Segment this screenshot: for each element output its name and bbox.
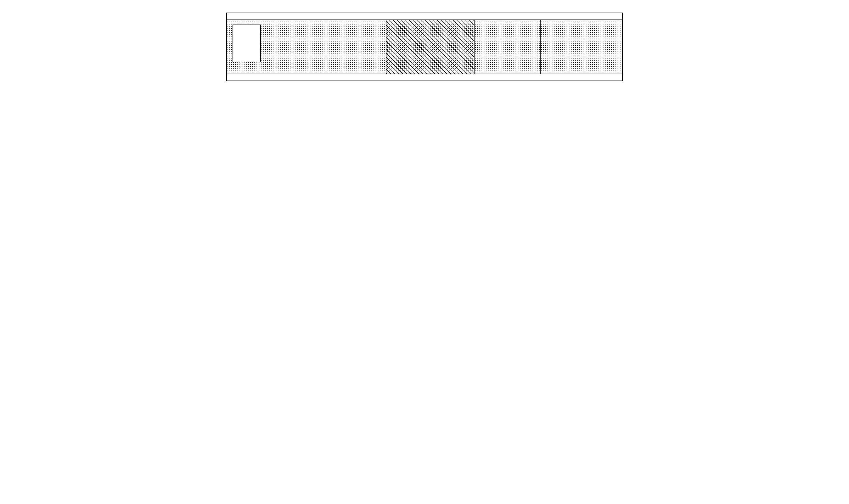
callout-arrow-499: [623, 99, 645, 100]
results-bottom-group: [227, 74, 622, 80]
ui-frame: [226, 13, 623, 81]
expanded-genre-cell: [386, 20, 474, 74]
expanded-cast-cell: [474, 20, 540, 74]
expanded-row: [227, 19, 622, 74]
genre-header: [392, 24, 468, 32]
expanded-director-cell: [540, 20, 622, 74]
results-top-group: [227, 13, 622, 19]
image-placeholder: [233, 24, 261, 62]
expanded-title-cell: [227, 20, 386, 74]
